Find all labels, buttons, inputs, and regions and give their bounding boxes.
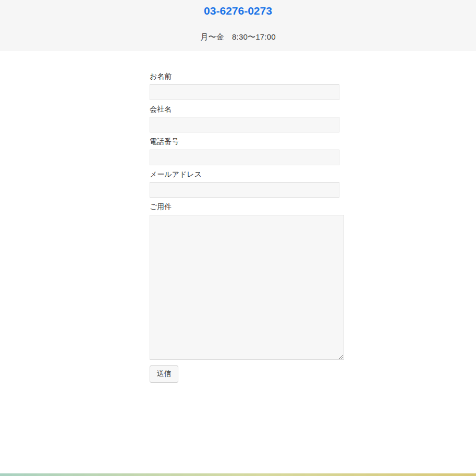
name-input[interactable]	[150, 84, 339, 100]
field-name: お名前	[150, 71, 344, 100]
submit-button[interactable]: 送信	[150, 365, 178, 383]
phone-input[interactable]	[150, 150, 339, 165]
field-email: メールアドレス	[150, 169, 344, 198]
business-hours-text: 月〜金 8:30〜17:00	[0, 32, 476, 42]
name-label: お名前	[150, 71, 344, 82]
message-textarea[interactable]	[150, 215, 344, 360]
company-input[interactable]	[150, 117, 339, 132]
phone-label: 電話番号	[150, 137, 344, 147]
email-input[interactable]	[150, 182, 339, 198]
contact-form: お名前 会社名 電話番号 メールアドレス ご用件 送信	[150, 51, 344, 383]
email-label: メールアドレス	[150, 169, 344, 180]
header: 03-6276-0273 月〜金 8:30〜17:00	[0, 0, 476, 51]
field-company: 会社名	[150, 104, 344, 133]
field-phone: 電話番号	[150, 137, 344, 165]
footer-gradient-line	[0, 473, 476, 476]
contact-page: 03-6276-0273 月〜金 8:30〜17:00 お名前 会社名 電話番号…	[0, 0, 476, 476]
message-label: ご用件	[150, 202, 344, 212]
phone-number-link[interactable]: 03-6276-0273	[204, 5, 272, 17]
field-message: ご用件	[150, 202, 344, 360]
company-label: 会社名	[150, 104, 344, 115]
